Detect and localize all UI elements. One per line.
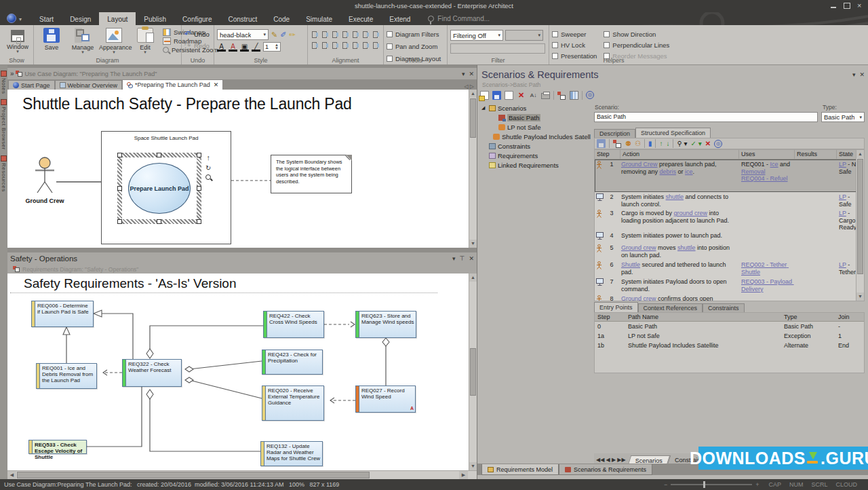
- menu-tab-design[interactable]: Design: [62, 12, 99, 25]
- copy-icon[interactable]: [505, 91, 513, 100]
- menu-tab-publish[interactable]: Publish: [136, 12, 174, 25]
- scroll-up-icon[interactable]: ▲: [469, 90, 477, 98]
- entry-row[interactable]: 1aLP not SafeException1: [595, 331, 864, 341]
- tree-item-scenarios[interactable]: ◢Scenarios: [479, 103, 591, 113]
- align-icon-10[interactable]: [341, 41, 350, 50]
- selection-handle[interactable]: [197, 186, 201, 191]
- step-uses[interactable]: [739, 192, 795, 208]
- help-icon[interactable]: ◎: [714, 140, 722, 148]
- save-step-icon[interactable]: [597, 139, 606, 148]
- panel-menu-icon[interactable]: ▾: [852, 71, 856, 78]
- step-action[interactable]: Cargo is moved by ground crew into loadi…: [619, 208, 739, 230]
- menu-tab-execute[interactable]: Execute: [340, 12, 381, 25]
- requirement-req006[interactable]: REQ006 - Determine if Launch Pad is Safe: [31, 301, 94, 327]
- panel-close-icon[interactable]: ✕: [469, 255, 474, 262]
- move-icon[interactable]: ↑: [206, 153, 210, 162]
- usecase-canvas[interactable]: Shuttle Launch Safety - Prepare the Laun…: [7, 90, 477, 248]
- menu-tab-start[interactable]: Start: [31, 12, 62, 25]
- actor-menu-icon[interactable]: ⚲ ▾: [677, 140, 687, 147]
- move-down-icon[interactable]: ↓: [666, 140, 669, 147]
- columns-icon[interactable]: [570, 91, 578, 100]
- step-uses[interactable]: REQ003 - Payload Delivery: [739, 277, 795, 293]
- safety-vscrollbar[interactable]: ▲ ▼: [469, 274, 477, 470]
- menu-tab-code[interactable]: Code: [265, 12, 298, 25]
- sweeper-toggle[interactable]: Sweeper: [552, 29, 597, 39]
- safety-canvas[interactable]: Safety Requirements - 'As-Is' Version: [7, 274, 469, 470]
- add-step-icon[interactable]: [613, 139, 622, 148]
- move-up-icon[interactable]: ↑: [659, 140, 663, 147]
- tree-item-linked-requirements[interactable]: Linked Requirements: [479, 160, 591, 170]
- tab-scroll-arrows[interactable]: ◁ ▷: [464, 83, 474, 90]
- sort-icon[interactable]: A↓: [529, 91, 538, 100]
- close-button[interactable]: ×: [857, 3, 864, 9]
- fill-color-icon[interactable]: ▣: [240, 43, 249, 52]
- requirement-req322[interactable]: REQ322 - Check Weather Forecast: [122, 359, 182, 387]
- scroll-left-icon[interactable]: ◀: [7, 471, 16, 479]
- step-row-5[interactable]: 5Ground crew moves shuttle into position…: [595, 243, 864, 260]
- scroll-up-icon[interactable]: ▲: [856, 150, 864, 158]
- align-icon-11[interactable]: [351, 41, 360, 50]
- steps-vscrollbar[interactable]: ▲ ▼: [856, 150, 864, 301]
- line-width-stepper[interactable]: 1▲▼: [263, 42, 281, 52]
- align-icon-13[interactable]: [372, 41, 380, 50]
- usecase-vscrollbar[interactable]: ▲ ▼: [469, 90, 477, 248]
- note-element[interactable]: The System Boundary shows the logical in…: [271, 155, 352, 193]
- step-row-4[interactable]: 4System initiates power to launch pad.: [595, 231, 864, 243]
- requirement-req533[interactable]: REQ533 - Check Escape Velocity of Shuttl…: [28, 440, 87, 454]
- spec-tab-structured-specification[interactable]: Structured Specification: [635, 128, 711, 138]
- doc-tab-start-page[interactable]: Start Page: [8, 80, 55, 90]
- requirement-req132[interactable]: REQ132 - Update Radar and Weather Maps f…: [260, 441, 323, 466]
- step-row-8[interactable]: 8Ground crew confirms doors open success…: [595, 294, 864, 301]
- requirement-req001[interactable]: REQ001 - Ice and Debris Removal from the…: [36, 363, 97, 389]
- dropper-icon[interactable]: ✐: [280, 31, 286, 39]
- requirement-req422[interactable]: REQ422 - Check Cross Wind Speeds: [263, 311, 324, 338]
- check-menu-icon[interactable]: ✓ ▾: [691, 140, 702, 147]
- panel-close-icon[interactable]: ✕: [859, 71, 865, 78]
- tree-item-shuttle-payload-includes-satelli[interactable]: Shuttle Payload Includes Satelli: [479, 132, 591, 141]
- scroll-down-icon[interactable]: ▼: [856, 293, 864, 301]
- step-action[interactable]: Ground Crew prepares launch pad, removin…: [619, 159, 739, 191]
- rotate-icon[interactable]: ↻: [205, 164, 211, 172]
- requirement-req423[interactable]: REQ423 - Check for Precipitation: [262, 350, 323, 375]
- undo-button[interactable]: ↶Undo: [184, 29, 211, 39]
- tree-item-requirements[interactable]: Requirements: [479, 151, 591, 160]
- step-action[interactable]: Ground crew confirms doors open successf…: [619, 294, 739, 301]
- step-action[interactable]: Ground crew moves shuttle into position …: [619, 243, 739, 259]
- line-color-icon[interactable]: ╱: [252, 43, 260, 52]
- selection-handle[interactable]: [117, 219, 122, 224]
- step-uses[interactable]: [739, 243, 795, 259]
- entry-tab-constraints[interactable]: Constraints: [703, 303, 745, 312]
- align-icon-1[interactable]: [321, 30, 330, 39]
- step-uses[interactable]: [739, 231, 795, 242]
- panel-menu-icon[interactable]: ▾: [462, 71, 465, 77]
- help-icon[interactable]: ◎: [586, 91, 594, 99]
- align-icon-8[interactable]: [321, 41, 330, 50]
- align-icon-4[interactable]: [351, 30, 360, 39]
- safety-hscrollbar[interactable]: ◀ ▶: [7, 470, 477, 479]
- align-icon-6[interactable]: [372, 30, 380, 39]
- step-row-2[interactable]: 2System initiates shuttle and connects t…: [595, 192, 864, 208]
- align-icon-0[interactable]: [311, 30, 319, 39]
- print-icon[interactable]: [541, 93, 550, 99]
- step-action[interactable]: Shuttle secured and tethered to launch p…: [619, 260, 739, 276]
- spec-tab-description[interactable]: Description: [594, 129, 635, 138]
- selection-handle[interactable]: [197, 219, 201, 224]
- save-button[interactable]: Save: [37, 26, 66, 51]
- minimize-button[interactable]: [830, 3, 837, 9]
- menu-tab-simulate[interactable]: Simulate: [298, 12, 340, 25]
- selection-handle[interactable]: [117, 186, 122, 191]
- step-action[interactable]: System initiates shuttle and connects to…: [619, 192, 739, 208]
- tree-item-constraints[interactable]: Constraints: [479, 141, 591, 151]
- menu-tab-layout[interactable]: Layout: [99, 12, 136, 25]
- pin-icon[interactable]: ⊤: [460, 255, 465, 262]
- folder-icon[interactable]: ▮: [648, 140, 652, 147]
- scroll-thumb[interactable]: [470, 348, 476, 396]
- add-system-step-icon[interactable]: ⚇: [635, 140, 641, 147]
- align-icon-9[interactable]: [331, 41, 340, 50]
- redo-button[interactable]: ↷Redo: [184, 41, 211, 50]
- font-color-icon[interactable]: A: [217, 43, 226, 52]
- ea-app-menu-button[interactable]: ▾: [7, 14, 20, 24]
- type-combo[interactable]: Basic Path▾: [821, 112, 865, 122]
- zoom-slider[interactable]: − +: [664, 481, 760, 488]
- hv-lock-toggle[interactable]: HV Lock: [552, 40, 597, 50]
